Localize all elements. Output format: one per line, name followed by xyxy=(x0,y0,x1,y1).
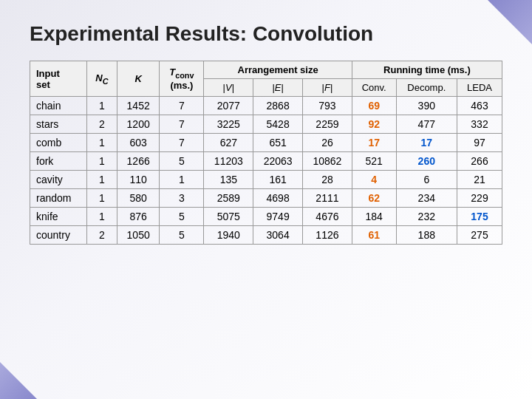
table-cell: 477 xyxy=(396,115,457,134)
table-cell: country xyxy=(30,226,87,245)
table-cell: 627 xyxy=(204,134,253,152)
table-cell: 4 xyxy=(352,171,396,189)
table-cell: 580 xyxy=(117,189,160,208)
table-cell: 17 xyxy=(396,134,457,152)
table-cell: random xyxy=(30,189,87,208)
table-cell: 1 xyxy=(87,134,117,152)
col-header-decomp: Decomp. xyxy=(396,79,457,97)
table-cell: 11203 xyxy=(204,152,253,171)
table-cell: 7 xyxy=(160,97,204,115)
col-header-conv: Conv. xyxy=(352,79,396,97)
col-header-leda: LEDA xyxy=(457,79,502,97)
table-cell: 1266 xyxy=(117,152,160,171)
table-cell: 135 xyxy=(204,171,253,189)
results-table: Inputset NC K Tconv(ms.) Arrangement siz… xyxy=(30,61,502,245)
table-cell: 2259 xyxy=(303,115,352,134)
table-cell: 97 xyxy=(457,134,502,152)
table-cell: 7 xyxy=(160,134,204,152)
table-cell: 61 xyxy=(352,226,396,245)
table-cell: 5 xyxy=(160,226,204,245)
col-header-nc: NC xyxy=(87,61,117,97)
table-cell: chain xyxy=(30,97,87,115)
table-cell: 17 xyxy=(352,134,396,152)
table-cell: 1 xyxy=(87,171,117,189)
table-cell: 232 xyxy=(396,208,457,226)
col-header-arrangement: Arrangement size xyxy=(204,61,352,79)
table-cell: 69 xyxy=(352,97,396,115)
table-cell: 1 xyxy=(160,171,204,189)
table-cell: 266 xyxy=(457,152,502,171)
table-cell: 5428 xyxy=(253,115,303,134)
table-cell: 7 xyxy=(160,115,204,134)
table-cell: 5075 xyxy=(204,208,253,226)
table-cell: 3225 xyxy=(204,115,253,134)
table-cell: 521 xyxy=(352,152,396,171)
col-header-V: |V| xyxy=(204,79,253,97)
table-cell: 175 xyxy=(457,208,502,226)
table-cell: 390 xyxy=(396,97,457,115)
table-cell: 184 xyxy=(352,208,396,226)
corner-decoration-bottom xyxy=(0,362,37,399)
table-cell: 2 xyxy=(87,226,117,245)
table-cell: 1 xyxy=(87,189,117,208)
table-cell: 1 xyxy=(87,208,117,226)
table-row: knife18765507597494676184232175 xyxy=(30,208,502,226)
table-cell: 92 xyxy=(352,115,396,134)
table-header-row-1: Inputset NC K Tconv(ms.) Arrangement siz… xyxy=(30,61,502,79)
table-body: chain1145272077286879369390463stars21200… xyxy=(30,97,502,245)
table-cell: 110 xyxy=(117,171,160,189)
table-container: Inputset NC K Tconv(ms.) Arrangement siz… xyxy=(0,61,532,245)
table-row: cavity11101135161284621 xyxy=(30,171,502,189)
table-cell: 3064 xyxy=(253,226,303,245)
table-cell: 275 xyxy=(457,226,502,245)
table-cell: knife xyxy=(30,208,87,226)
col-header-F: |F| xyxy=(303,79,352,97)
table-cell: 21 xyxy=(457,171,502,189)
table-cell: 26 xyxy=(303,134,352,152)
table-cell: 876 xyxy=(117,208,160,226)
table-cell: 260 xyxy=(396,152,457,171)
table-cell: comb xyxy=(30,134,87,152)
col-header-k: K xyxy=(117,61,160,97)
table-cell: 5 xyxy=(160,152,204,171)
table-cell: 6 xyxy=(396,171,457,189)
table-cell: 1 xyxy=(87,152,117,171)
table-cell: 1452 xyxy=(117,97,160,115)
table-cell: 2111 xyxy=(303,189,352,208)
table-cell: 188 xyxy=(396,226,457,245)
table-cell: 793 xyxy=(303,97,352,115)
table-cell: 2589 xyxy=(204,189,253,208)
table-cell: 2868 xyxy=(253,97,303,115)
table-cell: 4698 xyxy=(253,189,303,208)
table-row: random1580325894698211162234229 xyxy=(30,189,502,208)
table-cell: 10862 xyxy=(303,152,352,171)
table-cell: 1200 xyxy=(117,115,160,134)
table-cell: 2077 xyxy=(204,97,253,115)
table-cell: cavity xyxy=(30,171,87,189)
col-header-running: Running time (ms.) xyxy=(352,61,502,79)
table-cell: 1 xyxy=(87,97,117,115)
page-title: Experimental Results: Convolution xyxy=(0,0,532,61)
table-row: stars21200732255428225992477332 xyxy=(30,115,502,134)
table-cell: 5 xyxy=(160,208,204,226)
col-header-input: Inputset xyxy=(30,61,87,97)
table-cell: 4676 xyxy=(303,208,352,226)
table-row: comb1603762765126171797 xyxy=(30,134,502,152)
table-row: country21050519403064112661188275 xyxy=(30,226,502,245)
table-cell: 1940 xyxy=(204,226,253,245)
table-cell: 2 xyxy=(87,115,117,134)
table-cell: 1126 xyxy=(303,226,352,245)
table-cell: 463 xyxy=(457,97,502,115)
table-cell: 62 xyxy=(352,189,396,208)
table-cell: 234 xyxy=(396,189,457,208)
table-cell: 28 xyxy=(303,171,352,189)
table-cell: fork xyxy=(30,152,87,171)
table-row: chain1145272077286879369390463 xyxy=(30,97,502,115)
table-cell: 651 xyxy=(253,134,303,152)
table-cell: stars xyxy=(30,115,87,134)
table-cell: 229 xyxy=(457,189,502,208)
table-cell: 9749 xyxy=(253,208,303,226)
table-cell: 3 xyxy=(160,189,204,208)
table-row: fork112665112032206310862521260266 xyxy=(30,152,502,171)
table-cell: 603 xyxy=(117,134,160,152)
